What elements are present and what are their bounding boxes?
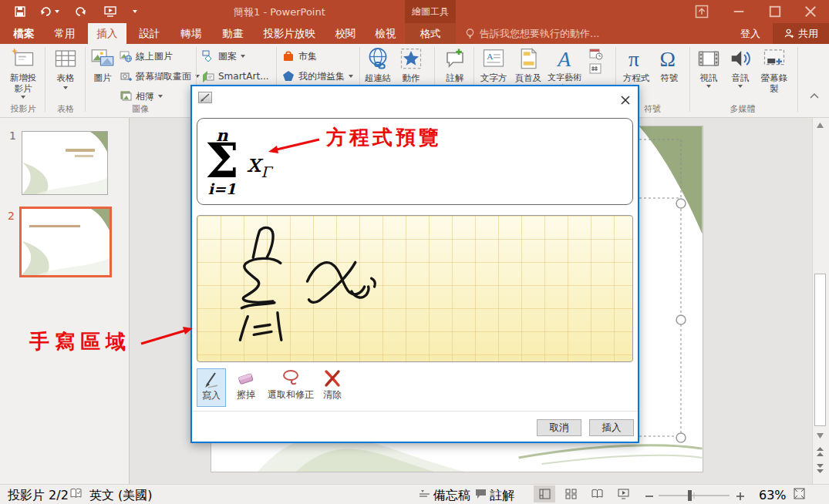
fit-to-window-icon[interactable]	[793, 487, 806, 500]
tab-file[interactable]: 檔案	[6, 23, 42, 44]
online-pictures-icon	[120, 50, 132, 62]
insert-button[interactable]: 插入	[589, 419, 634, 436]
group-label-images: 圖像	[86, 103, 194, 115]
hyperlink-label: 超連結	[365, 72, 392, 83]
photo-album-label: 相簿	[136, 90, 154, 103]
scroll-up-arrow[interactable]	[814, 121, 826, 130]
next-slide-button[interactable]	[814, 462, 826, 476]
save-icon[interactable]	[14, 5, 26, 18]
annotation-handwriting-area: 手寫區域	[29, 328, 131, 355]
dialog-close-icon[interactable]	[618, 93, 632, 107]
screenshot-label: 螢幕擷取畫面	[136, 70, 191, 83]
new-slide-icon	[12, 47, 35, 70]
view-normal-button[interactable]	[534, 486, 555, 502]
undo-dropdown-caret[interactable]	[55, 10, 59, 13]
tab-design[interactable]: 設計	[131, 23, 168, 44]
language-indicator[interactable]: 英文 (美國)	[89, 488, 153, 504]
slide-indicator[interactable]: 投影片 2/2	[8, 488, 69, 504]
notes-button[interactable]: 備忘稿	[433, 488, 470, 504]
video-label: 視訊	[700, 72, 718, 83]
scrollbar-thumb[interactable]	[814, 274, 826, 426]
view-reading-button[interactable]	[586, 486, 608, 502]
text-box-glyph: A	[487, 52, 494, 61]
shapes-button[interactable]: 圖案	[202, 48, 245, 65]
slide-1-thumbnail[interactable]	[22, 131, 108, 195]
previous-slide-button[interactable]	[814, 445, 826, 459]
cancel-button[interactable]: 取消	[537, 419, 581, 436]
tell-me-box[interactable]: 告訴我您想要執行的動作...	[480, 23, 599, 44]
sigma-symbol: Σ	[205, 139, 239, 183]
customize-qat-caret[interactable]	[133, 10, 137, 13]
my-addins-button[interactable]: 我的增益集	[282, 68, 353, 85]
write-tool-button[interactable]: 寫入	[197, 368, 226, 407]
tab-home[interactable]: 常用	[46, 23, 83, 44]
shapes-icon	[202, 50, 214, 62]
tab-transitions[interactable]: 轉場	[173, 23, 210, 44]
date-time-icon[interactable]	[589, 48, 603, 60]
action-star-icon	[399, 47, 423, 70]
zoom-slider[interactable]	[657, 488, 731, 503]
tab-format[interactable]: 格式	[405, 23, 456, 44]
smartart-button[interactable]: SmartArt...	[202, 68, 269, 85]
equation-label: 方程式	[623, 72, 650, 83]
lower-limit: i=1	[208, 180, 236, 197]
ribbon-display-options-icon[interactable]	[692, 4, 712, 19]
video-caret	[706, 85, 711, 88]
screen-recording-label: 螢幕錄製	[759, 72, 790, 94]
powerpoint-window: 簡報1 - PowerPoint 繪圖工具 檔案 常用 插入 設計 轉場 動畫 …	[0, 0, 829, 504]
spell-check-icon[interactable]	[69, 487, 83, 500]
zoom-out-button[interactable]	[645, 492, 654, 501]
slide-2-thumbnail[interactable]	[19, 207, 112, 277]
start-slideshow-icon[interactable]	[104, 5, 116, 18]
scroll-down-arrow[interactable]	[814, 431, 826, 440]
equation-pi-icon: π	[625, 47, 648, 70]
resize-handle[interactable]	[676, 315, 686, 324]
tab-insert[interactable]: 插入	[88, 23, 126, 44]
undo-icon[interactable]	[40, 5, 52, 18]
tab-slide-show[interactable]: 投影片放映	[254, 23, 324, 44]
comments-button[interactable]: 註解	[490, 488, 514, 504]
clear-tool-button[interactable]: 清除	[318, 368, 346, 407]
screenshot-icon	[120, 70, 132, 82]
screenshot-button[interactable]: 螢幕擷取畫面	[120, 68, 200, 85]
slideshow-icon	[618, 489, 629, 499]
tab-animations[interactable]: 動畫	[214, 23, 251, 44]
shapes-caret	[241, 55, 245, 58]
equation-body: xΓ	[247, 148, 271, 180]
photo-album-icon	[120, 90, 132, 102]
handwriting-area[interactable]	[197, 215, 633, 362]
select-correct-tool-button[interactable]: 選取和修正	[266, 368, 315, 407]
resize-handle[interactable]	[676, 433, 686, 442]
group-divider	[45, 47, 45, 112]
view-slide-sorter-button[interactable]	[560, 486, 581, 502]
slide-number-icon[interactable]	[589, 63, 603, 76]
redo-icon[interactable]	[74, 5, 86, 18]
resize-handle[interactable]	[676, 199, 686, 208]
online-pictures-button[interactable]: 線上圖片	[120, 48, 173, 65]
handwritten-equation-ink	[197, 216, 632, 361]
share-button[interactable]: 共用	[773, 23, 829, 44]
close-button[interactable]	[800, 4, 821, 19]
comment-label: 註解	[447, 72, 464, 83]
tab-view[interactable]: 檢視	[367, 23, 404, 44]
maximize-button[interactable]	[765, 4, 785, 19]
pictures-label: 圖片	[94, 72, 112, 83]
store-button[interactable]: 市集	[282, 48, 317, 65]
zoom-level[interactable]: 63%	[759, 488, 787, 502]
minimize-button[interactable]	[729, 4, 749, 19]
erase-tool-button[interactable]: 擦掉	[232, 368, 260, 407]
my-addins-label: 我的增益集	[298, 70, 345, 83]
zoom-slider-thumb[interactable]	[688, 490, 692, 501]
comments-icon	[475, 489, 487, 499]
contextual-tools-header: 繪圖工具	[405, 0, 456, 23]
tab-review[interactable]: 校閱	[327, 23, 364, 44]
photo-album-button[interactable]: 相簿	[120, 88, 163, 105]
collapse-ribbon-chevron-icon[interactable]	[808, 91, 821, 102]
zoom-in-button[interactable]	[736, 492, 745, 501]
window-title: 簡報1 - PowerPoint	[234, 5, 325, 19]
dialog-pen-icon	[198, 92, 212, 103]
sign-in-button[interactable]: 登入	[740, 23, 760, 44]
group-label-slides: 投影片	[3, 103, 43, 115]
write-label: 寫入	[202, 389, 221, 402]
view-slideshow-button[interactable]	[612, 486, 634, 502]
